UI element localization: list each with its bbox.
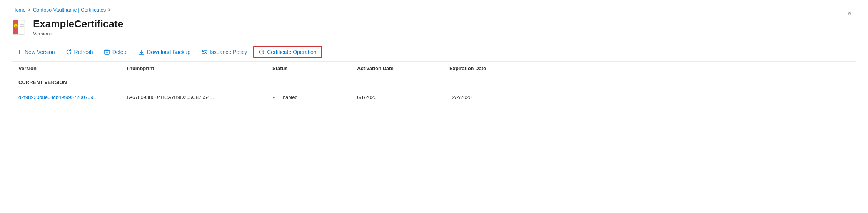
table-header: Version Thumbprint Status Activation Dat… <box>12 62 856 75</box>
delete-label: Delete <box>112 49 128 55</box>
main-container: Home > Contoso-Vaultname | Certificates … <box>0 0 868 105</box>
delete-button[interactable]: Delete <box>99 47 132 57</box>
cell-version[interactable]: d2f98920d8e04cb49f9957200709... <box>18 94 126 100</box>
certificate-operation-label: Certificate Operation <box>267 49 316 55</box>
page-subtitle: Versions <box>33 31 123 37</box>
new-version-label: New Version <box>25 49 55 55</box>
header-text: ExampleCertificate Versions <box>33 18 123 37</box>
refresh-label: Refresh <box>74 49 93 55</box>
svg-text:★: ★ <box>15 25 17 28</box>
download-icon <box>139 49 145 55</box>
cell-status: ✓ Enabled <box>272 94 357 100</box>
download-backup-label: Download Backup <box>147 49 190 55</box>
svg-rect-10 <box>105 50 109 54</box>
svg-point-21 <box>202 50 204 52</box>
version-link[interactable]: d2f98920d8e04cb49f9957200709... <box>18 94 97 100</box>
col-version: Version <box>18 65 126 71</box>
refresh-button[interactable]: Refresh <box>61 47 98 57</box>
delete-icon <box>104 49 110 55</box>
issuance-policy-label: Issuance Policy <box>210 49 247 55</box>
cell-thumbprint: 1A67809386D4BCA7B9D205C87554... <box>126 94 272 100</box>
toolbar: New Version Refresh <box>12 43 856 62</box>
col-thumbprint: Thumbprint <box>126 65 272 71</box>
cell-activation-date: 6/1/2020 <box>357 94 449 100</box>
close-button[interactable]: × <box>843 7 856 19</box>
new-version-button[interactable]: New Version <box>12 47 60 57</box>
sync-icon <box>259 49 265 55</box>
breadcrumb: Home > Contoso-Vaultname | Certificates … <box>12 7 856 13</box>
cell-expiration-date: 12/2/2020 <box>449 94 526 100</box>
page-title: ExampleCertificate <box>33 18 123 30</box>
refresh-icon <box>66 49 72 55</box>
issuance-policy-button[interactable]: Issuance Policy <box>197 47 252 57</box>
current-version-section: CURRENT VERSION <box>12 75 856 89</box>
certificate-operation-button[interactable]: Certificate Operation <box>253 46 322 58</box>
table-row: d2f98920d8e04cb49f9957200709... 1A678093… <box>12 89 856 105</box>
col-expiration-date: Expiration Date <box>449 65 526 71</box>
breadcrumb-sep-2: > <box>108 7 111 13</box>
certificate-icon: ★ <box>12 19 28 35</box>
col-status: Status <box>272 65 357 71</box>
download-backup-button[interactable]: Download Backup <box>134 47 195 57</box>
svg-point-22 <box>205 52 206 54</box>
col-activation-date: Activation Date <box>357 65 449 71</box>
status-enabled: ✓ Enabled <box>272 94 357 100</box>
status-text: Enabled <box>279 94 298 100</box>
sliders-icon <box>201 49 207 55</box>
page-header: ★ ExampleCertificate Versions <box>12 18 856 37</box>
breadcrumb-home[interactable]: Home <box>12 7 26 13</box>
plus-icon <box>17 49 22 55</box>
check-icon: ✓ <box>272 94 277 100</box>
breadcrumb-sep-1: > <box>28 7 31 13</box>
breadcrumb-vaultname[interactable]: Contoso-Vaultname | Certificates <box>33 7 106 13</box>
versions-table: Version Thumbprint Status Activation Dat… <box>12 62 856 105</box>
